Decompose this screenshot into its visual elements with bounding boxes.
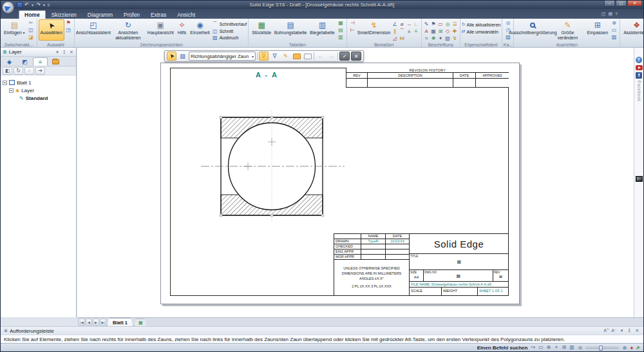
annotation-tool-icon[interactable]: ▦ [430,28,437,35]
detail-view-button[interactable]: ◉ Einzelheit [188,19,211,41]
facebook-icon[interactable]: f [636,72,642,79]
inside-fence-button[interactable] [292,52,301,61]
pin-icon[interactable]: ↧ [62,50,67,55]
views-tab[interactable]: ◩ [17,57,32,66]
view-wizard-button[interactable]: ◰ Ansichtsassistent [76,19,111,41]
select-tool-button[interactable]: ➤ [167,52,176,61]
edge-tool-icon[interactable]: ◎ [504,20,511,26]
dimension-tool-icon[interactable]: ⊣ [349,20,356,26]
background-sheet-tab[interactable]: ▦ [134,318,147,326]
application-button[interactable] [2,1,14,14]
status-tool-icon[interactable]: ⊞ [561,344,567,351]
tab-diagramm[interactable]: Diagramm [82,10,118,19]
close-prompt-icon[interactable]: ✕ [634,328,640,333]
paste-button[interactable]: ▤ Einfügen ▾ [2,19,27,41]
zoom-in-button[interactable]: ⊕ [621,345,627,351]
hole-table-button[interactable]: ▤ Bohrungstabelle [273,19,308,41]
zoom-slider-handle[interactable] [599,346,603,351]
annotation-tool-icon[interactable]: ✚ [451,28,459,35]
fence-type-dropdown[interactable]: Richtungsabhängiger Zaun ▾ [189,52,256,61]
annotation-tool-icon[interactable]: ▭ [437,21,444,28]
annotation-tool-icon[interactable]: ↯ [451,35,459,42]
cut-icon[interactable]: ✂ [28,20,35,26]
dimension-tool-icon[interactable]: ≡ [413,28,420,35]
annotation-tool-icon[interactable]: ◇ [444,28,451,35]
chevron-down-icon[interactable]: ▾ [619,328,625,333]
quickpick-button[interactable]: ✎ [281,52,290,61]
new-layer-button[interactable]: ◧ [3,67,12,75]
annotation-tool-icon[interactable]: ✦ [437,35,444,42]
orient-tool-icon[interactable]: ▭ [611,27,618,34]
auxiliary-view-button[interactable]: ✧ Hilfs [176,19,189,41]
layers-tab[interactable]: ≡ [33,57,48,66]
copy-icon[interactable]: ◫ [28,27,35,34]
close-button[interactable]: ✕ [627,1,642,6]
font-decrease-icon[interactable]: A⁻ [611,328,617,333]
screen-capture-icon[interactable] [636,176,643,182]
redo-dropdown-icon[interactable]: ▾ [43,2,46,8]
bend-table-button[interactable]: ▥ Biegetabelle [308,19,337,41]
redo-button[interactable]: ↷ [35,2,41,8]
titlebar-tool-icon[interactable]: ? [615,11,618,17]
cutting-plane-button[interactable]: ⌒ Schnittverlauf [212,21,247,28]
dimension-tool-icon[interactable]: ◿ [392,35,399,42]
annotation-tool-icon[interactable]: ◎ [444,21,451,28]
tab-ansicht[interactable]: Ansicht [172,10,200,19]
show-layer-button[interactable]: ↻ [14,67,23,75]
status-tool-icon[interactable]: ↪ [530,344,536,351]
sheet-tab-blatt1[interactable]: Blatt 1 [107,318,133,326]
accept-button[interactable]: ✓ [339,52,350,61]
notification-icon[interactable]: ➔ [634,344,641,351]
annotation-tool-icon[interactable]: A [423,28,430,35]
parts-list-button[interactable]: ▦ Stückliste [250,19,273,41]
zoom-slider[interactable] [585,347,619,349]
zoom-area-button[interactable]: Ausschnittvergrößerung [515,19,550,41]
update-all-button[interactable]: ↻ Alle aktualisieren [462,22,501,27]
select-button[interactable]: ➤ Auswählen [39,19,64,41]
close-panel-icon[interactable]: ✕ [69,50,74,55]
hide-layer-button[interactable]: ▫ [24,67,34,75]
annotation-tool-icon[interactable]: ❖ [430,35,437,42]
resize-button[interactable]: ✎ Größe verändern [550,19,585,41]
titlebar-tool-icon[interactable]: ◫ [601,11,606,17]
convert-all-button[interactable]: ⇄ Alle umwandeln [462,29,501,34]
minimize-button[interactable]: – [604,1,615,6]
titlebar-tool-icon[interactable]: ▤ [608,11,612,17]
drawing-canvas[interactable]: A - A REVISION HISTORY REVDESCRIPTIONDAT… [77,48,635,317]
table-tool-icon[interactable]: ▤ [337,27,345,34]
dimension-tool-icon[interactable]: ⌀ [399,21,406,28]
smart-dimension-button[interactable]: ↯ SmartDimension [357,19,392,41]
filter-remove-button[interactable]: ∇ [270,52,279,61]
dimension-tool-icon[interactable]: ⊢ [349,27,356,34]
tab-skizzieren[interactable]: Skizzieren [46,10,82,19]
update-views-button[interactable]: ↻ Ansichten aktualisieren [111,19,146,41]
status-tool-icon[interactable]: ▭ [538,344,544,351]
status-tool-icon[interactable]: ⊕ [545,344,551,351]
status-tool-icon[interactable]: ▥ [569,344,574,351]
breakout-button[interactable]: ▨ Ausbruch [212,35,247,41]
annotation-tool-icon[interactable]: ⚑ [430,21,437,28]
tab-home[interactable]: Home [19,10,46,19]
status-tool-icon[interactable]: ⌖ [553,344,559,351]
dimension-tool-icon[interactable]: ∥ [392,28,399,35]
sheet-nav-button[interactable]: |◀ [79,318,85,326]
tab-pruefen[interactable]: Prüfen [118,10,145,19]
move-elements-button[interactable]: ➔ [35,67,45,75]
sheet-nav-button[interactable]: ▶ [93,318,99,326]
filter-add-button[interactable]: ∇ [259,52,269,61]
dimension-tool-icon[interactable]: ↔ [406,21,413,28]
chevron-down-icon[interactable]: ▾ [55,50,60,55]
tree-item-layer-group[interactable]: ◈ Layer [3,86,74,94]
orient-tool-icon[interactable]: ⊕ [611,20,618,26]
annotation-tool-icon[interactable]: ⊞ [437,28,444,35]
help-icon[interactable]: ? [636,57,642,63]
table-tool-icon[interactable]: ▦ [337,20,345,26]
family-tab[interactable] [48,57,63,66]
annotation-tool-icon[interactable]: ▧ [444,35,451,42]
collapse-icon[interactable] [9,88,14,93]
select-flag-icon[interactable]: ⚑ [65,20,72,26]
fit-button[interactable]: ⊞ Einpassen [585,19,610,41]
select-box-icon[interactable]: ◳ [65,27,72,34]
section-button[interactable]: ◫ Schnitt [212,28,247,34]
annotation-tool-icon[interactable]: ☰ [451,21,459,28]
